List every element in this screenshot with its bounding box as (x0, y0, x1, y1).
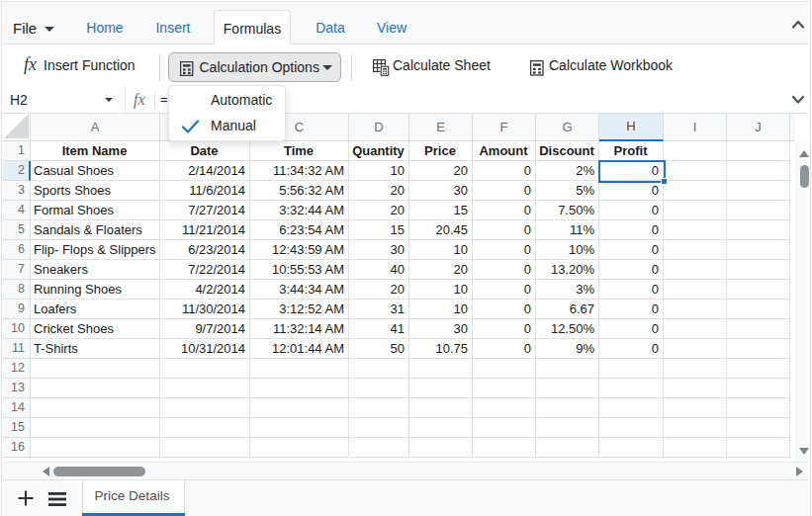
svg-text:fx: fx (24, 54, 37, 74)
svg-text:fx: fx (134, 91, 145, 109)
